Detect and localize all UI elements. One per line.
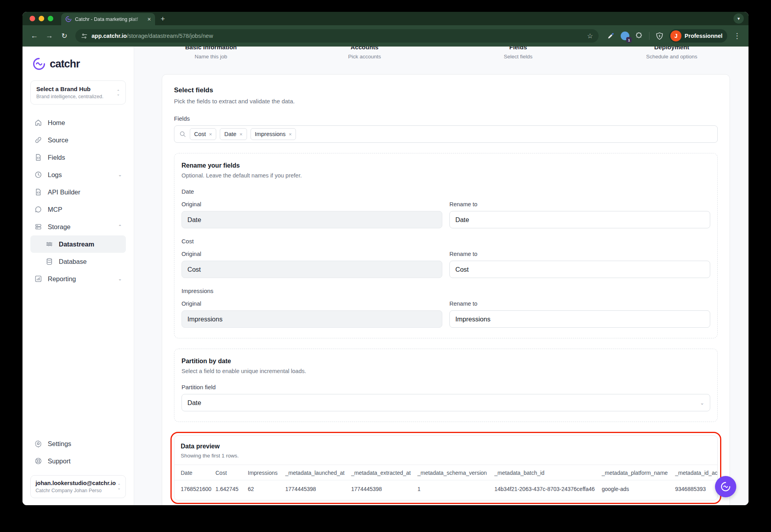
preview-table: Date Cost Impressions _metadata_launched… xyxy=(174,465,717,500)
column-header: _metadata_launched_at xyxy=(282,465,348,480)
step-subtitle: Pick accounts xyxy=(288,54,441,60)
step-subtitle: Select fields xyxy=(442,54,595,60)
sidebar-item-settings[interactable]: Settings xyxy=(30,435,126,452)
field-chip-date[interactable]: Date× xyxy=(220,128,247,140)
sidebar-item-label: API Builder xyxy=(48,189,80,196)
column-header: Cost xyxy=(212,465,245,480)
tab-strip: Catchr - Data marketing platf ✕ + ▾ xyxy=(22,12,749,25)
gear-icon xyxy=(34,440,42,448)
new-tab-button[interactable]: + xyxy=(161,15,165,23)
sidebar-item-reporting[interactable]: Reporting ⌄ xyxy=(30,270,126,287)
extensions-puzzle-icon[interactable] xyxy=(633,30,645,42)
rename-group-name: Impressions xyxy=(182,287,710,294)
sidebar-item-api-builder[interactable]: API Builder xyxy=(30,183,126,201)
profile-name: Professionnel xyxy=(685,33,722,39)
chevron-updown-icon: ⌃⌄ xyxy=(117,90,120,95)
chip-remove-icon[interactable]: × xyxy=(289,131,292,137)
partition-field-value: Date xyxy=(187,399,201,407)
step-basic-information[interactable]: Basic Information Name this job xyxy=(134,47,288,60)
brand-hub-selector[interactable]: Select a Brand Hub Brand intelligence, c… xyxy=(30,80,126,105)
rename-field-cost[interactable] xyxy=(449,261,710,278)
chevron-down-icon: ⌄ xyxy=(118,276,122,282)
original-label: Original xyxy=(182,201,442,207)
browser-tab[interactable]: Catchr - Data marketing platf ✕ xyxy=(61,13,155,25)
step-accounts[interactable]: Accounts Pick accounts xyxy=(288,47,441,60)
chip-remove-icon[interactable]: × xyxy=(240,131,243,137)
eyedropper-icon[interactable] xyxy=(605,30,617,42)
forward-button[interactable]: → xyxy=(43,30,56,42)
tab-title: Catchr - Data marketing platf xyxy=(75,17,144,22)
rename-to-label: Rename to xyxy=(449,301,710,307)
partition-field-label: Partition field xyxy=(182,384,710,390)
file-code-icon xyxy=(34,153,42,161)
extension-with-badge-icon[interactable]: 1 xyxy=(619,30,631,42)
profile-chip[interactable]: J Professionnel xyxy=(669,29,727,43)
brand-hub-subtitle: Brand intelligence, centralized. xyxy=(36,94,103,99)
waves-icon xyxy=(45,240,53,248)
table-cell: google-ads xyxy=(599,480,672,500)
data-preview-panel: Data preview Showing the first 1 rows. D… xyxy=(174,435,718,500)
url-host: app.catchr.io xyxy=(92,33,127,39)
server-icon xyxy=(34,223,42,231)
close-window-button[interactable] xyxy=(30,16,35,21)
sidebar-item-storage[interactable]: Storage ⌃ xyxy=(30,218,126,235)
field-chip-impressions[interactable]: Impressions× xyxy=(251,128,296,140)
step-fields[interactable]: Fields Select fields xyxy=(442,47,595,60)
catchr-logo[interactable]: catchr xyxy=(32,57,126,71)
fields-label: Fields xyxy=(174,115,718,122)
chevron-updown-icon: ⌃⌄ xyxy=(118,484,121,489)
partition-section: Partition by date Select a field to enab… xyxy=(174,349,718,422)
column-header: _metadata_batch_id xyxy=(491,465,599,480)
toolbar-divider xyxy=(649,32,649,40)
sidebar-item-label: Reporting xyxy=(48,275,76,283)
sidebar-item-label: Logs xyxy=(48,171,62,179)
minimize-window-button[interactable] xyxy=(39,16,44,21)
extension-badge: 1 xyxy=(626,37,632,43)
column-header: Date xyxy=(174,465,212,480)
file-code-icon xyxy=(34,188,42,196)
tab-close-icon[interactable]: ✕ xyxy=(147,17,151,22)
adblock-shield-icon[interactable] xyxy=(653,30,665,42)
back-button[interactable]: ← xyxy=(28,30,41,42)
rename-field-impressions[interactable] xyxy=(449,310,710,328)
search-icon xyxy=(179,131,186,138)
maximize-window-button[interactable] xyxy=(48,16,53,21)
sidebar-item-support[interactable]: Support xyxy=(30,452,126,470)
rename-title: Rename your fields xyxy=(182,162,710,169)
partition-field-select[interactable]: Date ⌄ xyxy=(182,394,710,411)
chip-label: Date xyxy=(224,131,236,137)
main-content: Basic Information Name this job Accounts… xyxy=(134,47,749,505)
bookmark-star-icon[interactable]: ☆ xyxy=(587,32,593,40)
step-deployment[interactable]: Deployment Schedule and options xyxy=(595,47,749,60)
brand-hub-title: Select a Brand Hub xyxy=(36,86,103,92)
profile-avatar: J xyxy=(670,30,681,41)
column-header: Impressions xyxy=(245,465,282,480)
sidebar: catchr Select a Brand Hub Brand intellig… xyxy=(22,47,134,505)
rename-to-label: Rename to xyxy=(449,251,710,257)
sidebar-item-label: Storage xyxy=(48,223,71,231)
fields-multiselect-input[interactable]: Cost× Date× Impressions× xyxy=(174,125,718,143)
tab-search-button[interactable]: ▾ xyxy=(734,13,744,24)
sidebar-item-database[interactable]: Database xyxy=(30,253,126,270)
sidebar-item-datastream[interactable]: Datastream xyxy=(30,235,126,253)
sidebar-item-mcp[interactable]: MCP xyxy=(30,201,126,218)
sidebar-item-logs[interactable]: Logs ⌄ xyxy=(30,166,126,183)
lifebuoy-icon xyxy=(34,457,42,465)
sidebar-item-source[interactable]: Source xyxy=(30,131,126,149)
reload-button[interactable]: ↻ xyxy=(58,30,71,42)
site-settings-icon[interactable] xyxy=(81,33,88,39)
sidebar-item-fields[interactable]: Fields xyxy=(30,149,126,166)
table-cell: 1.642745 xyxy=(212,480,245,500)
clock-icon xyxy=(34,171,42,179)
home-icon xyxy=(34,119,42,127)
user-account-card[interactable]: johan.lookerstudio@catchr.io Catchr Comp… xyxy=(30,475,126,498)
rename-field-date[interactable] xyxy=(449,211,710,228)
chip-remove-icon[interactable]: × xyxy=(209,131,212,137)
browser-menu-icon[interactable]: ⋮ xyxy=(731,32,743,40)
card-title: Select fields xyxy=(174,86,718,94)
column-header: _metadata_id_account xyxy=(672,465,717,480)
address-bar[interactable]: app.catchr.io/storage/datastream/578/job… xyxy=(75,29,599,43)
catchr-assistant-fab[interactable] xyxy=(715,476,736,497)
sidebar-item-home[interactable]: Home xyxy=(30,114,126,131)
field-chip-cost[interactable]: Cost× xyxy=(190,128,216,140)
